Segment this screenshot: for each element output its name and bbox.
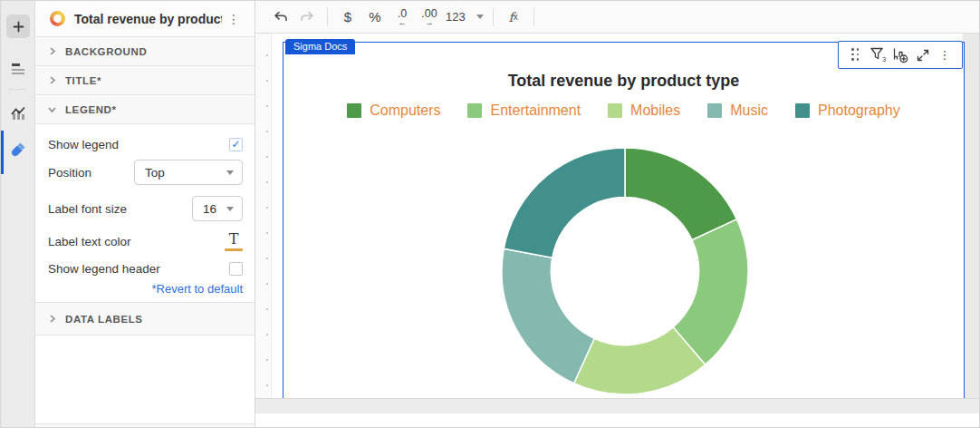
combo-chart-icon bbox=[11, 106, 26, 120]
redo-icon bbox=[300, 10, 315, 24]
chevron-down-icon bbox=[226, 207, 234, 211]
page-outline-button[interactable] bbox=[7, 58, 29, 80]
show-legend-header-row: Show legend header bbox=[48, 258, 243, 278]
donut-slice-photography[interactable] bbox=[504, 148, 625, 258]
percent-format-button[interactable]: % bbox=[364, 5, 386, 29]
formula-button[interactable]: fx bbox=[503, 5, 524, 29]
number-format-dropdown[interactable]: 123 bbox=[446, 5, 484, 29]
section-legend-label: LEGEND* bbox=[65, 104, 117, 115]
currency-format-button[interactable]: $ bbox=[337, 5, 359, 29]
element-menu-kebab-icon[interactable]: ⋮ bbox=[936, 46, 954, 64]
position-dropdown[interactable]: Top bbox=[134, 160, 243, 185]
section-data-labels-label: DATA LABELS bbox=[65, 314, 143, 325]
toolbar-divider bbox=[327, 8, 328, 26]
paintbrush-icon bbox=[9, 141, 27, 159]
legend-label: Mobiles bbox=[630, 102, 680, 119]
format-panel: Total revenue by product ... ⋮ BACKGROUN… bbox=[35, 1, 255, 428]
position-label: Position bbox=[48, 166, 91, 180]
active-panel-indicator bbox=[1, 131, 4, 174]
rail-divider bbox=[8, 89, 27, 90]
show-legend-checkbox[interactable] bbox=[229, 138, 243, 151]
drag-handle[interactable] bbox=[847, 46, 865, 64]
legend-label: Computers bbox=[370, 102, 440, 119]
chart-legend: Computers Entertainment Mobiles Music bbox=[283, 102, 964, 119]
chevron-down-icon bbox=[476, 15, 484, 19]
chevron-right-icon bbox=[48, 315, 56, 323]
legend-item[interactable]: Music bbox=[707, 102, 768, 119]
element-format-button[interactable] bbox=[7, 139, 29, 160]
maximize-button[interactable] bbox=[914, 46, 932, 64]
panel-element-title: Total revenue by product ... bbox=[74, 12, 222, 26]
canvas-right-margin bbox=[963, 34, 979, 413]
donut-chart-type-icon bbox=[50, 11, 65, 26]
show-legend-row: Show legend bbox=[48, 131, 243, 157]
donut-chart[interactable] bbox=[500, 146, 750, 396]
drag-handle-dots-icon bbox=[851, 48, 860, 62]
text-color-T-icon: T bbox=[225, 231, 243, 247]
chart-element[interactable]: Total revenue by product type Computers … bbox=[283, 42, 965, 408]
section-background[interactable]: BACKGROUND bbox=[35, 37, 255, 66]
filter-button[interactable]: 3 bbox=[870, 46, 888, 64]
filter-funnel-icon: 3 bbox=[870, 47, 887, 63]
legend-item[interactable]: Mobiles bbox=[608, 102, 680, 119]
label-font-size-row: Label font size 16 bbox=[48, 196, 243, 221]
toolbar-divider bbox=[493, 8, 494, 26]
plus-icon bbox=[13, 21, 24, 33]
legend-label: Photography bbox=[818, 102, 900, 119]
legend-item[interactable]: Entertainment bbox=[467, 102, 581, 119]
donut-chart-svg bbox=[500, 146, 750, 396]
legend-section-body: Show legend Position Top Label font size… bbox=[35, 124, 255, 303]
redo-button[interactable] bbox=[296, 5, 318, 29]
legend-swatch bbox=[608, 103, 622, 118]
toolbar-divider bbox=[533, 8, 534, 26]
show-legend-header-checkbox[interactable] bbox=[229, 262, 243, 276]
undo-icon bbox=[273, 10, 288, 24]
canvas-footer-strip bbox=[255, 398, 979, 413]
increase-decimal-button[interactable]: .00→ bbox=[418, 5, 440, 29]
chevron-right-icon bbox=[48, 76, 56, 84]
add-element-button[interactable] bbox=[6, 15, 30, 38]
position-row: Position Top bbox=[48, 160, 243, 185]
legend-item[interactable]: Photography bbox=[795, 102, 900, 119]
revert-to-default-link[interactable]: *Revert to default bbox=[152, 282, 243, 296]
donut-slice-music[interactable] bbox=[502, 248, 594, 383]
workbook-canvas[interactable]: Sigma Docs 3 bbox=[255, 34, 979, 413]
show-legend-label: Show legend bbox=[48, 138, 119, 151]
legend-swatch bbox=[347, 103, 361, 118]
element-properties-button[interactable] bbox=[7, 102, 29, 123]
chevron-right-icon bbox=[48, 47, 56, 55]
section-title[interactable]: TITLE* bbox=[35, 66, 255, 95]
section-background-label: BACKGROUND bbox=[65, 46, 147, 57]
formatting-toolbar: $ % .0← .00→ 123 fx bbox=[255, 1, 979, 34]
explore-chart-button[interactable] bbox=[891, 46, 909, 64]
label-font-size-label: Label font size bbox=[48, 202, 127, 216]
chart-title: Total revenue by product type bbox=[283, 72, 964, 91]
section-title-label: TITLE* bbox=[65, 75, 101, 86]
legend-swatch bbox=[707, 103, 722, 118]
show-legend-header-label: Show legend header bbox=[48, 262, 160, 276]
text-color-picker-button[interactable]: T bbox=[225, 231, 243, 251]
formula-bar-input[interactable] bbox=[541, 5, 972, 29]
increase-decimal-icon: .00→ bbox=[421, 8, 437, 25]
legend-label: Music bbox=[730, 102, 768, 119]
label-text-color-label: Label text color bbox=[48, 235, 131, 248]
legend-label: Entertainment bbox=[490, 102, 581, 119]
left-icon-rail bbox=[1, 1, 35, 428]
element-source-tab[interactable]: Sigma Docs bbox=[285, 39, 355, 54]
label-font-size-value: 16 bbox=[203, 202, 216, 216]
undo-button[interactable] bbox=[269, 5, 291, 29]
section-data-labels[interactable]: DATA LABELS bbox=[35, 303, 255, 336]
label-font-size-dropdown[interactable]: 16 bbox=[192, 196, 243, 221]
section-legend[interactable]: LEGEND* bbox=[35, 95, 255, 124]
panel-menu-kebab-icon[interactable]: ⋮ bbox=[222, 11, 245, 27]
decrease-decimal-button[interactable]: .0← bbox=[391, 5, 413, 29]
legend-item[interactable]: Computers bbox=[347, 102, 440, 119]
chevron-down-icon bbox=[226, 170, 234, 175]
element-floating-toolbar: 3 ⋮ bbox=[838, 41, 963, 69]
format-panel-header: Total revenue by product ... ⋮ bbox=[35, 1, 255, 37]
add-chart-icon bbox=[892, 47, 909, 63]
canvas-grid-gutter bbox=[255, 34, 272, 413]
panel-bottom-divider bbox=[35, 423, 255, 428]
donut-slice-computers[interactable] bbox=[625, 148, 736, 240]
main-area: $ % .0← .00→ 123 fx bbox=[255, 1, 979, 428]
